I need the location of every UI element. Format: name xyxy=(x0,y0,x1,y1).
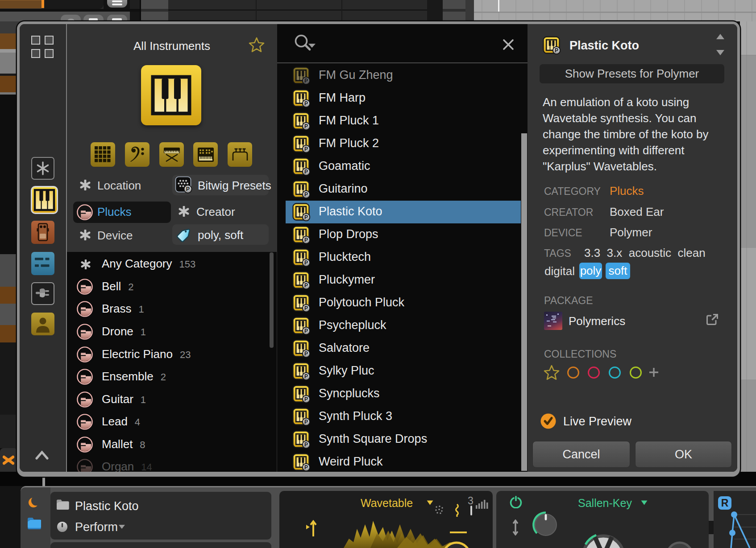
svg-text:P: P xyxy=(304,464,308,470)
svg-text:P: P xyxy=(304,169,308,175)
svg-text:P: P xyxy=(304,123,308,129)
svg-text:P: P xyxy=(304,282,308,288)
svg-text:P: P xyxy=(304,441,308,448)
svg-text:P: P xyxy=(304,350,308,357)
svg-text:P: P xyxy=(304,78,308,84)
svg-text:P: P xyxy=(304,419,308,425)
svg-text:P: P xyxy=(304,214,308,220)
svg-text:P: P xyxy=(304,191,308,198)
svg-text:P: P xyxy=(304,328,308,334)
svg-text:P: P xyxy=(304,146,308,152)
svg-text:P: P xyxy=(304,100,308,107)
svg-text:P: P xyxy=(304,237,308,243)
svg-text:P: P xyxy=(555,47,558,54)
svg-text:P: P xyxy=(304,305,308,311)
svg-text:P: P xyxy=(304,373,308,379)
svg-text:P: P xyxy=(304,396,308,402)
svg-text:P: P xyxy=(186,186,190,192)
svg-text:P: P xyxy=(304,260,308,266)
